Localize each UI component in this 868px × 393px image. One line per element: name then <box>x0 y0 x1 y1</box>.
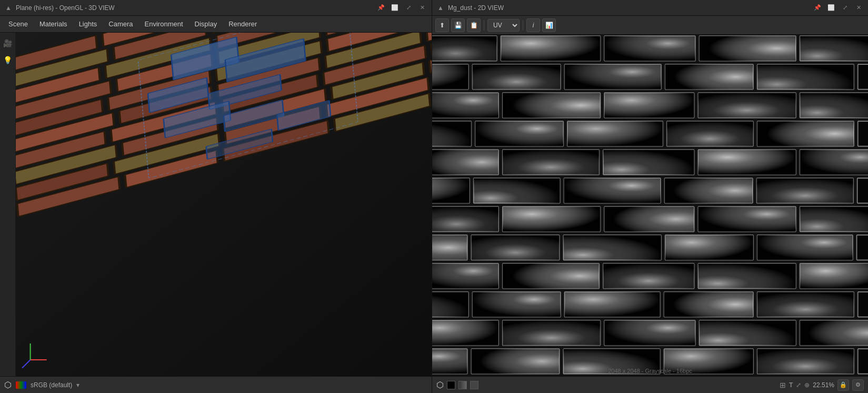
svg-rect-163 <box>603 263 694 289</box>
left-pin-button[interactable]: 📌 <box>376 3 386 13</box>
menu-materials[interactable]: Materials <box>34 18 73 30</box>
right-panel: ▲ Mg_dust - 2D VIEW 📌 ⬜ ⤢ ✕ ⬆ 💾 📋 UV UV … <box>432 0 868 393</box>
svg-rect-87 <box>473 64 561 90</box>
uv-dropdown[interactable]: UV UV 1 <box>487 19 520 32</box>
svg-rect-159 <box>432 263 498 289</box>
svg-rect-79 <box>604 36 695 61</box>
menu-environment[interactable]: Environment <box>139 18 188 30</box>
svg-rect-177 <box>757 292 854 317</box>
black-swatch <box>447 381 455 389</box>
svg-rect-161 <box>503 263 600 289</box>
svg-rect-148 <box>432 235 467 260</box>
svg-rect-150 <box>471 235 559 260</box>
svg-rect-184 <box>604 320 695 346</box>
svg-rect-146 <box>800 207 868 232</box>
separator-2 <box>523 20 523 31</box>
histogram-button[interactable]: 📊 <box>542 18 556 32</box>
right-fullscreen-button[interactable]: ⤢ <box>840 3 850 13</box>
dark-swatch <box>470 381 478 389</box>
right-titlebar: ▲ Mg_dust - 2D VIEW 📌 ⬜ ⤢ ✕ <box>432 0 868 16</box>
menu-display[interactable]: Display <box>189 18 223 30</box>
layer-icon[interactable]: ⬡ <box>4 380 12 390</box>
svg-rect-129 <box>474 178 560 203</box>
svg-rect-85 <box>432 64 468 90</box>
left-maximize-button[interactable]: ⬜ <box>390 3 400 13</box>
svg-rect-125 <box>800 150 868 175</box>
svg-rect-188 <box>800 320 868 346</box>
svg-rect-83 <box>800 36 868 61</box>
svg-rect-123 <box>698 150 796 175</box>
svg-rect-114 <box>757 121 854 146</box>
2d-texture-svg <box>432 35 868 376</box>
right-window-controls: 📌 ⬜ ⤢ ✕ <box>812 3 864 13</box>
svg-rect-96 <box>432 93 498 118</box>
left-viewport[interactable]: 🎥 💡 <box>0 33 432 376</box>
svg-rect-121 <box>603 150 694 175</box>
layer-icon-right[interactable]: ⬡ <box>436 380 444 390</box>
svg-rect-156 <box>757 235 853 260</box>
left-window-title: Plane (hi-res) - OpenGL - 3D VIEW <box>16 4 376 12</box>
svg-rect-192 <box>471 349 559 374</box>
svg-rect-186 <box>699 320 796 346</box>
svg-rect-93 <box>757 64 854 90</box>
svg-rect-110 <box>567 121 663 146</box>
zoom-level: 22.51% <box>813 381 834 389</box>
right-close-button[interactable]: ✕ <box>853 3 864 13</box>
export-button[interactable]: ⬆ <box>435 18 449 32</box>
left-panel: ▲ Plane (hi-res) - OpenGL - 3D VIEW 📌 ⬜ … <box>0 0 432 393</box>
unlock-button[interactable]: ⚙ <box>852 379 864 391</box>
menu-lights[interactable]: Lights <box>74 18 103 30</box>
left-fullscreen-button[interactable]: ⤢ <box>403 3 414 13</box>
3d-brick-scene <box>16 33 432 376</box>
svg-rect-127 <box>432 178 470 203</box>
left-window-controls: 📌 ⬜ ⤢ ✕ <box>376 3 427 13</box>
texture-info-text: 2048 x 2048 - Grayscale - 16bpc <box>608 368 692 374</box>
svg-rect-108 <box>475 121 563 146</box>
left-close-button[interactable]: ✕ <box>417 3 427 13</box>
right-toolbar: ⬆ 💾 📋 UV UV 1 i 📊 <box>432 16 868 35</box>
menu-renderer[interactable]: Renderer <box>223 18 262 30</box>
light-icon[interactable]: 💡 <box>2 54 14 66</box>
save-button[interactable]: 💾 <box>451 18 465 32</box>
right-bottom-bar: ⬡ ⊞ T ⤢ ⊕ 22.51% 🔒 ⚙ <box>432 376 868 393</box>
svg-rect-165 <box>698 263 796 289</box>
svg-rect-169 <box>432 292 468 317</box>
center-icon[interactable]: ⊕ <box>804 381 810 389</box>
copy-button[interactable]: 📋 <box>467 18 481 32</box>
svg-rect-152 <box>563 235 661 260</box>
svg-rect-198 <box>757 349 854 374</box>
3d-viewport-canvas[interactable] <box>16 33 432 376</box>
left-titlebar: ▲ Plane (hi-res) - OpenGL - 3D VIEW 📌 ⬜ … <box>0 0 432 16</box>
transform-icon[interactable]: ⤢ <box>796 381 801 389</box>
color-space-label: sRGB (default) <box>31 381 72 389</box>
right-blender-icon: ▲ <box>436 4 445 12</box>
grid-icon[interactable]: ⊞ <box>780 381 786 389</box>
gray-strip <box>458 381 467 389</box>
blender-icon: ▲ <box>4 4 13 12</box>
svg-rect-81 <box>699 36 796 61</box>
menu-scene[interactable]: Scene <box>3 18 33 30</box>
bottom-right-right-section: ⊞ T ⤢ ⊕ 22.51% 🔒 ⚙ <box>780 379 864 391</box>
svg-rect-98 <box>503 93 601 118</box>
svg-rect-154 <box>665 235 753 260</box>
svg-rect-136 <box>857 178 868 203</box>
svg-rect-112 <box>667 121 753 146</box>
menu-camera[interactable]: Camera <box>103 18 138 30</box>
camera-icon[interactable]: 🎥 <box>2 37 14 50</box>
svg-rect-131 <box>564 178 661 203</box>
svg-rect-119 <box>503 150 600 175</box>
right-viewport[interactable]: 2048 x 2048 - Grayscale - 16bpc <box>432 35 868 376</box>
svg-rect-157 <box>857 235 868 260</box>
2d-texture-canvas[interactable] <box>432 35 868 376</box>
svg-rect-144 <box>698 207 796 232</box>
color-space-dropdown[interactable]: ▾ <box>76 381 79 389</box>
color-swatch <box>16 381 26 389</box>
type-icon[interactable]: T <box>789 381 793 389</box>
svg-rect-75 <box>432 36 497 61</box>
right-pin-button[interactable]: 📌 <box>812 3 823 13</box>
svg-rect-115 <box>858 121 868 146</box>
info-button[interactable]: i <box>526 18 540 32</box>
lock-button[interactable]: 🔒 <box>837 379 849 391</box>
svg-rect-104 <box>800 93 868 118</box>
right-maximize-button[interactable]: ⬜ <box>826 3 836 13</box>
